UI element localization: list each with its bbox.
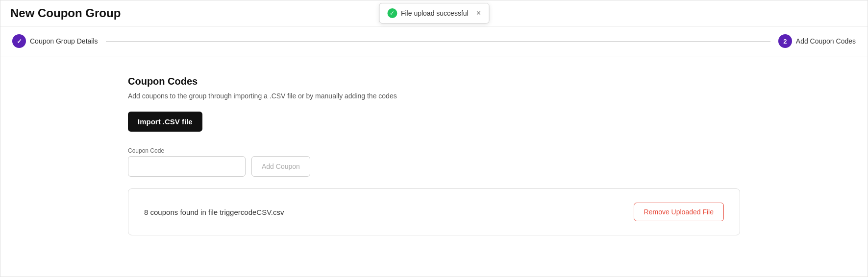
toast-message: File upload successful [401,9,469,17]
step-1-icon: ✓ [17,38,22,45]
step-divider [106,41,770,42]
file-info-message: 8 coupons found in file triggercodeCSV.c… [144,208,284,216]
file-info-box: 8 coupons found in file triggercodeCSV.c… [128,188,740,235]
page-wrapper: New Coupon Group ✓ File upload successfu… [0,0,868,277]
toast-close-button[interactable]: × [476,9,481,18]
step-1: ✓ Coupon Group Details [12,34,98,48]
step-1-circle: ✓ [12,34,26,48]
coupon-input-group: Coupon Code [128,147,246,177]
page-title: New Coupon Group [10,6,121,20]
import-csv-button[interactable]: Import .CSV file [128,112,202,132]
step-1-label: Coupon Group Details [30,37,98,45]
add-coupon-button[interactable]: Add Coupon [251,156,310,177]
section-title: Coupon Codes [128,76,740,87]
step-2-label: Add Coupon Codes [796,37,856,45]
step-2-circle: 2 [778,34,792,48]
stepper: ✓ Coupon Group Details 2 Add Coupon Code… [0,26,868,56]
step-2: 2 Add Coupon Codes [778,34,856,48]
remove-uploaded-file-button[interactable]: Remove Uploaded File [634,203,724,221]
step-2-number: 2 [783,38,787,45]
coupon-input-row: Coupon Code Add Coupon [128,147,740,177]
section-description: Add coupons to the group through importi… [128,92,740,100]
coupon-code-input[interactable] [128,156,246,177]
main-content: Coupon Codes Add coupons to the group th… [0,56,868,255]
toast-notification: ✓ File upload successful × [379,3,489,23]
check-icon: ✓ [387,8,397,18]
header: New Coupon Group ✓ File upload successfu… [0,0,868,26]
coupon-code-label: Coupon Code [128,147,246,154]
